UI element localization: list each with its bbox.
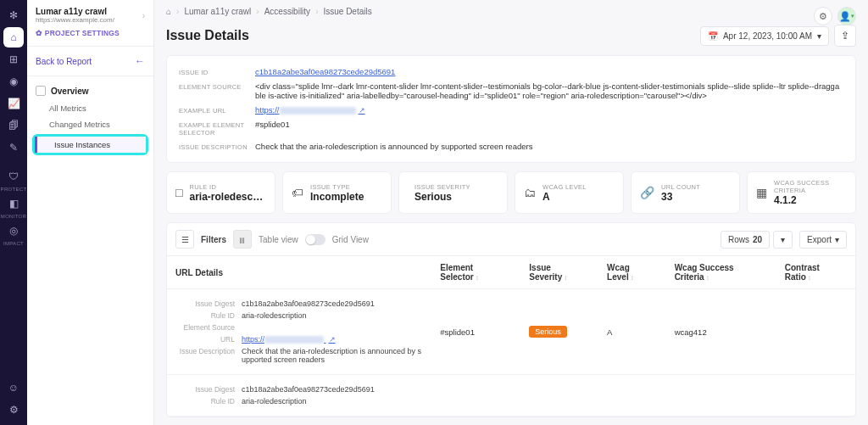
example-url-link[interactable]: https://↗ [255, 105, 843, 115]
chevron-down-icon: ▾ [835, 235, 839, 244]
stat-card: ▦WCAG SUCCESS CRITERIA4.1.2 [747, 171, 856, 214]
logo-icon[interactable]: ✻ [3, 5, 24, 25]
back-to-report-link[interactable]: Back to Report ← [27, 52, 153, 70]
breadcrumb-item[interactable]: Issue Details [323, 7, 371, 16]
kv-label: Issue Digest [175, 299, 235, 308]
stat-card: □RULE IDaria-roledescription [166, 171, 275, 214]
chevron-down-icon: ▾ [817, 31, 821, 41]
stat-value: 4.1.2 [774, 194, 847, 206]
sidebar-overview[interactable]: Overview [27, 81, 153, 100]
stat-label: WCAG SUCCESS CRITERIA [774, 179, 847, 194]
table-header[interactable]: Wcag Success Criteria↕ [666, 256, 776, 289]
export-button[interactable]: Export ▾ [799, 231, 847, 249]
table-cell [776, 289, 855, 375]
calendar-icon: 📅 [708, 31, 718, 41]
home-breadcrumb-icon: ⌂ [166, 7, 171, 16]
issue-details-card: ISSUE IDc1b18a2abe3af0ea98273cede29d5691… [166, 55, 856, 163]
table-cell [776, 375, 855, 417]
kv-label: Rule ID [175, 397, 235, 405]
kv-value: c1b18a2abe3af0ea98273cede29d5691 [242, 385, 375, 394]
stat-icon: 🔗 [640, 186, 654, 199]
stat-label: RULE ID [189, 183, 266, 191]
help-icon[interactable]: ☺ [3, 377, 24, 398]
stat-card: 🏷ISSUE TYPEIncomplete [282, 171, 392, 214]
share-button[interactable]: ⇪ [834, 25, 856, 47]
kv-value: aria-roledescription [242, 397, 307, 405]
kv-label: Element Source [175, 323, 235, 332]
arrow-left-icon: ← [135, 55, 145, 67]
project-name: Lumar a11y crawl [36, 7, 114, 16]
sidebar-item-issue-instances[interactable]: Issue Instances [35, 137, 146, 153]
list-view-button[interactable]: ☰ [175, 230, 194, 249]
breadcrumb-item[interactable]: Lumar a11y crawl [184, 7, 251, 16]
page-title: Issue Details [166, 28, 249, 43]
table-header[interactable]: Contrast Ratio↕ [776, 256, 855, 289]
sidebar-item-changed-metrics[interactable]: Changed Metrics [27, 116, 153, 132]
edit-icon[interactable]: ✎ [3, 137, 24, 158]
kv-label: URL [175, 335, 235, 344]
issue-id-link[interactable]: c1b18a2abe3af0ea98273cede29d5691 [255, 67, 843, 76]
chart-icon[interactable]: 📈 [3, 93, 24, 114]
table-header[interactable]: Wcag Level↕ [598, 256, 666, 289]
detail-label: EXAMPLE URL [179, 105, 255, 115]
stat-value: A [542, 191, 587, 203]
kv-value[interactable]: https:// ↗ [242, 335, 336, 344]
kv-label: Issue Digest [175, 385, 235, 394]
kv-label: Rule ID [175, 311, 235, 320]
shield-icon[interactable]: 🛡 [3, 166, 24, 187]
settings-bottom-icon[interactable]: ⚙ [3, 400, 24, 420]
impact-label: IMPACT [3, 241, 24, 246]
grid-view-label: Grid View [332, 235, 369, 244]
rows-dropdown[interactable]: ▾ [773, 231, 793, 249]
table-header[interactable]: URL Details [167, 256, 431, 289]
chevron-right-icon[interactable]: › [142, 11, 145, 20]
stat-label: URL COUNT [661, 183, 700, 191]
kv-value: Check that the aria-roledescription is a… [242, 347, 423, 364]
table-row: Issue Digestc1b18a2abe3af0ea98273cede29d… [167, 375, 855, 417]
date-picker[interactable]: 📅 Apr 12, 2023, 10:00 AM ▾ [700, 26, 829, 46]
apps-icon[interactable]: ⊞ [3, 49, 24, 70]
settings-button[interactable]: ⚙ [814, 7, 832, 25]
table-cell: #splide01 [431, 289, 520, 375]
avatar[interactable]: 👤 ▾ [837, 7, 856, 25]
selector-value: #splide01 [255, 120, 843, 137]
stat-value: 33 [661, 191, 700, 203]
table-cell [666, 375, 776, 417]
breadcrumb-home[interactable]: ⌂ [166, 7, 171, 16]
monitor-label: MONITOR [1, 214, 26, 219]
breadcrumb-item[interactable]: Accessibility [264, 7, 310, 16]
detail-label: ISSUE DESCRIPTION [179, 142, 255, 151]
table-cell [431, 375, 520, 417]
sidebar-item-all-metrics[interactable]: All Metrics [27, 100, 153, 116]
impact-icon[interactable]: ◎ [3, 221, 24, 241]
filters-label[interactable]: Filters [201, 235, 226, 244]
table-header[interactable]: Element Selector↕ [431, 256, 520, 289]
project-settings-link[interactable]: ✿ PROJECT SETTINGS [36, 29, 145, 37]
table-header[interactable]: Issue Severity↕ [520, 256, 598, 289]
monitor-icon[interactable]: ◧ [3, 193, 24, 214]
stat-icon: 🗂 [524, 186, 536, 199]
stat-label: ISSUE SEVERITY [415, 183, 470, 191]
detail-label: ELEMENT SOURCE [179, 81, 255, 100]
clipboard-icon[interactable]: 🗐 [3, 115, 24, 136]
view-toggle[interactable] [305, 234, 326, 245]
home-icon[interactable]: ⌂ [3, 27, 24, 48]
columns-view-button[interactable]: ⫼ [233, 230, 252, 249]
element-source-value: <div class="splide lmr--dark lmr-content… [255, 81, 843, 100]
kv-value: c1b18a2abe3af0ea98273cede29d5691 [242, 299, 375, 308]
rows-selector[interactable]: Rows 20 [721, 231, 770, 249]
sidebar: Lumar a11y crawl https://www.example.com… [27, 0, 154, 425]
table-cell [598, 375, 666, 417]
stat-card: 🗂WCAG LEVELA [515, 171, 624, 214]
stat-card: ISSUE SEVERITYSerious [398, 171, 508, 214]
table-cell: wcag412 [666, 289, 776, 375]
globe-icon[interactable]: ◉ [3, 71, 24, 92]
stat-value: aria-roledescription [189, 191, 266, 203]
table-cell: A [598, 289, 666, 375]
description-value: Check that the aria-roledescription is a… [255, 142, 843, 151]
grid-icon [36, 86, 46, 96]
stat-icon: ▦ [756, 186, 767, 199]
stat-value: Serious [415, 191, 470, 203]
protect-label: PROTECT [1, 187, 27, 192]
stat-label: WCAG LEVEL [542, 183, 587, 191]
